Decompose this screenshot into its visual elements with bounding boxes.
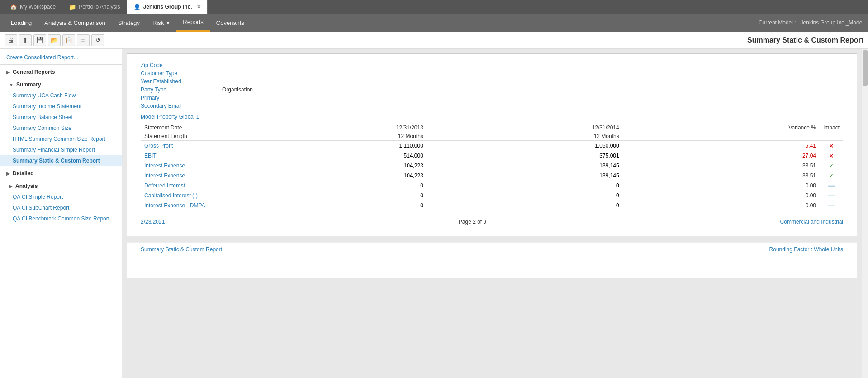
info-label-customer-type: Customer Type bbox=[141, 70, 222, 77]
footer-date: 2/23/2021 bbox=[141, 219, 165, 225]
row-variance: -27.04 bbox=[623, 151, 820, 161]
info-value-party-type: Organisation bbox=[222, 86, 253, 93]
check-icon: ✓ bbox=[829, 172, 834, 179]
info-row-customer-type: Customer Type bbox=[141, 69, 843, 77]
row-label: EBIT bbox=[141, 151, 231, 161]
report-table-body: Gross Profit 1,110,000 1,050,000 -5.41 ✕… bbox=[141, 141, 843, 211]
table-row: Interest Expense - DMPA 0 0 0.00 — bbox=[141, 201, 843, 211]
sidebar-item-summary-income-statement[interactable]: Summary Income Statement bbox=[0, 101, 122, 112]
model-property-title: Model Property Global 1 bbox=[141, 114, 199, 120]
nav-analysis[interactable]: Analysis & Comparison bbox=[38, 14, 111, 32]
info-label-year-established: Year Established bbox=[141, 78, 222, 85]
expand-arrow-icon: ▶ bbox=[6, 171, 10, 176]
row-impact-icon: — bbox=[820, 201, 843, 211]
table-row: Deferred Interest 0 0 0.00 — bbox=[141, 181, 843, 191]
sidebar-subgroup-header-analysis[interactable]: ▶ Analysis bbox=[0, 181, 122, 191]
row-val2: 0 bbox=[427, 181, 623, 191]
row-val2: 0 bbox=[427, 201, 623, 211]
sidebar-item-qa-ci-simple[interactable]: QA CI Simple Report bbox=[0, 191, 122, 202]
report-info-fields: Zip Code Customer Type Year Established bbox=[141, 61, 843, 110]
th-date-1: 12/31/2013 bbox=[231, 124, 427, 132]
create-consolidated-report-button[interactable]: Create Consolidated Report... bbox=[0, 49, 122, 65]
tab-portfolio-analysis[interactable]: 📁 Portfolio Analysis bbox=[62, 0, 127, 14]
info-row-year-established: Year Established bbox=[141, 77, 843, 86]
tab-label: Portfolio Analysis bbox=[79, 4, 120, 10]
nav-covenants[interactable]: Covenants bbox=[210, 14, 251, 32]
row-impact-icon: — bbox=[820, 191, 843, 201]
scrollbar-thumb[interactable] bbox=[863, 50, 868, 86]
nav-loading[interactable]: Loading bbox=[5, 14, 38, 32]
sidebar-subgroup-header-summary[interactable]: ▼ Summary bbox=[0, 79, 122, 90]
dash-icon: — bbox=[828, 202, 835, 209]
sidebar-item-qa-ci-subchart[interactable]: QA CI SubChart Report bbox=[0, 202, 122, 213]
sidebar-item-summary-uca-cash-flow[interactable]: Summary UCA Cash Flow bbox=[0, 90, 122, 101]
nav-reports[interactable]: Reports bbox=[176, 14, 210, 32]
row-variance: -5.41 bbox=[623, 141, 820, 151]
footer-category: Commercial and Industrial bbox=[780, 219, 843, 225]
report-card-content: Zip Code Customer Type Year Established bbox=[127, 54, 857, 236]
refresh-button[interactable]: ↺ bbox=[91, 34, 104, 46]
sidebar-item-html-summary-common-size[interactable]: HTML Summary Common Size Report bbox=[0, 134, 122, 144]
current-model-label: Current Model : bbox=[759, 19, 796, 26]
table-row: Interest Expense 104,223 139,145 33.51 ✓ bbox=[141, 171, 843, 181]
nav-risk[interactable]: Risk ▼ bbox=[146, 14, 176, 32]
row-val1: 104,223 bbox=[231, 161, 427, 171]
close-tab-icon[interactable]: ✕ bbox=[197, 4, 201, 10]
sidebar-section: ▶ General Reports ▼ Summary Summary UCA … bbox=[0, 65, 122, 228]
page-title: Summary Static & Custom Report bbox=[747, 36, 863, 44]
card2-footer-left: Summary Static & Custom Report bbox=[141, 246, 222, 253]
create-report-tab[interactable]: Create Report ❮ bbox=[122, 72, 122, 126]
dash-icon: — bbox=[828, 182, 835, 189]
current-model-info: Current Model : Jenkins Group Inc._Model bbox=[759, 19, 863, 26]
th-empty-1 bbox=[623, 132, 820, 141]
tab-label: Jenkins Group Inc. bbox=[143, 4, 192, 10]
row-val1: 0 bbox=[231, 181, 427, 191]
export-button[interactable]: ⬆ bbox=[19, 34, 32, 46]
list-button[interactable]: ☰ bbox=[77, 34, 90, 46]
sidebar-item-summary-balance-sheet[interactable]: Summary Balance Sheet bbox=[0, 112, 122, 123]
report-data-table: Statement Date 12/31/2013 12/31/2014 Var… bbox=[141, 124, 843, 211]
report-card-1: Zip Code Customer Type Year Established bbox=[127, 53, 857, 236]
tab-jenkins-group[interactable]: 👤 Jenkins Group Inc. ✕ bbox=[127, 0, 208, 14]
row-val1: 0 bbox=[231, 191, 427, 201]
row-val1: 104,223 bbox=[231, 171, 427, 181]
table-row: Capitalised Interest (-) 0 0 0.00 — bbox=[141, 191, 843, 201]
sidebar: Create Consolidated Report... ▶ General … bbox=[0, 49, 122, 378]
sidebar-item-summary-common-size[interactable]: Summary Common Size bbox=[0, 123, 122, 134]
sidebar-group-general-reports[interactable]: ▶ General Reports bbox=[0, 67, 122, 77]
row-impact-icon: ✕ bbox=[820, 151, 843, 161]
sidebar-item-qa-ci-benchmark[interactable]: QA CI Benchmark Common Size Report bbox=[0, 213, 122, 224]
info-label-secondary-email: Secondary Email bbox=[141, 103, 222, 109]
sidebar-group-label: Detailed bbox=[13, 170, 34, 177]
th-impact: Impact bbox=[820, 124, 843, 132]
th-statement-length: Statement Length bbox=[141, 132, 231, 141]
th-months-1: 12 Months bbox=[231, 132, 427, 141]
risk-dropdown-icon: ▼ bbox=[166, 20, 170, 25]
row-variance: 0.00 bbox=[623, 201, 820, 211]
tab-label: My Workspace bbox=[20, 4, 56, 10]
report-card-2-footer: Summary Static & Custom Report Rounding … bbox=[127, 242, 857, 256]
row-variance: 0.00 bbox=[623, 191, 820, 201]
save-button[interactable]: 💾 bbox=[33, 34, 46, 46]
row-variance: 33.51 bbox=[623, 171, 820, 181]
info-label-zip: Zip Code bbox=[141, 62, 222, 68]
open-folder-button[interactable]: 📂 bbox=[48, 34, 61, 46]
portfolio-icon: 📁 bbox=[69, 4, 76, 10]
row-label: Interest Expense - DMPA bbox=[141, 201, 231, 211]
row-val2: 1,050,000 bbox=[427, 141, 623, 151]
right-scrollbar[interactable] bbox=[862, 49, 868, 378]
row-impact-icon: ✕ bbox=[820, 141, 843, 151]
main-nav: Loading Analysis & Comparison Strategy R… bbox=[0, 14, 868, 32]
print-button[interactable]: 🖨 bbox=[5, 34, 17, 46]
footer-page: Page 2 of 9 bbox=[459, 219, 486, 225]
tab-my-workspace[interactable]: 🏠 My Workspace bbox=[4, 0, 62, 14]
sidebar-item-summary-static-custom[interactable]: Summary Static & Custom Report bbox=[0, 155, 122, 166]
sidebar-group-analysis: ▶ Analysis QA CI Simple Report QA CI Sub… bbox=[0, 179, 122, 226]
sidebar-group-detailed[interactable]: ▶ Detailed bbox=[0, 168, 122, 179]
row-label: Deferred Interest bbox=[141, 181, 231, 191]
sidebar-item-summary-financial-simple[interactable]: Summary Financial Simple Report bbox=[0, 144, 122, 155]
info-label-primary: Primary bbox=[141, 95, 222, 101]
report-card-2: Summary Static & Custom Report Rounding … bbox=[127, 242, 857, 278]
document-button[interactable]: 📋 bbox=[62, 34, 75, 46]
nav-strategy[interactable]: Strategy bbox=[112, 14, 146, 32]
